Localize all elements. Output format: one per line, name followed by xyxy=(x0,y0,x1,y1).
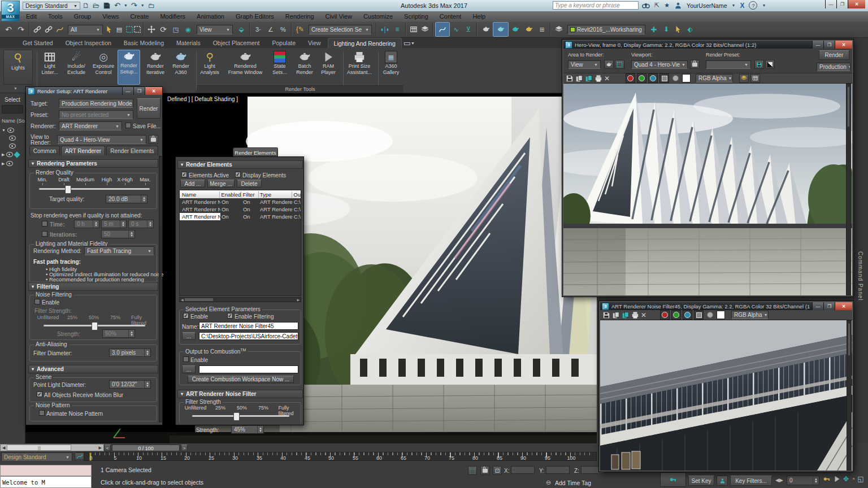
image-vscrollbar[interactable] xyxy=(846,84,851,295)
help-icon[interactable]: ? xyxy=(749,1,757,10)
material-editor-icon[interactable]: ⊻ xyxy=(462,23,475,36)
add-time-tag[interactable]: Add Time Tag xyxy=(555,480,591,486)
select-and-link-icon[interactable] xyxy=(32,25,43,33)
visibility-eye-icon[interactable] xyxy=(6,161,13,166)
view-lock-button[interactable] xyxy=(149,135,158,144)
state-sets-button[interactable]: State Sets... xyxy=(268,51,292,75)
close-icon[interactable]: ✕ xyxy=(145,87,162,95)
red-channel-button[interactable] xyxy=(660,310,670,320)
ram-player-button[interactable]: RAM Player xyxy=(318,51,339,75)
renderer-dropdown[interactable]: ART Renderer▼ xyxy=(59,121,122,130)
close-icon[interactable]: ✕ xyxy=(835,41,852,49)
art-noise-filter-rollout[interactable]: ▾ ART Renderer Noise Filter xyxy=(177,390,303,398)
select-object-icon[interactable] xyxy=(105,25,113,33)
alpha-channel-button[interactable] xyxy=(659,73,669,83)
timeline-ruler[interactable]: 0 5 10 15 20 25 30 35 40 45 50 55 60 65 … xyxy=(84,452,597,461)
tab-object-inspection[interactable]: Object Inspection xyxy=(60,38,117,48)
gamma-toggle-button[interactable] xyxy=(765,60,775,69)
select-and-rotate-icon[interactable]: ⟳ xyxy=(157,23,170,36)
play-animation-icon[interactable] xyxy=(833,475,841,483)
scrollbar-thumb[interactable]: ||| xyxy=(7,445,71,451)
minimize-button[interactable]: — xyxy=(825,0,836,8)
element-enable-checkbox[interactable]: ✓ xyxy=(183,313,189,319)
redo-icon[interactable]: ↷ xyxy=(15,23,27,36)
target-dropdown[interactable]: Production Rendering Mode▼ xyxy=(59,99,133,108)
hero-view-title-bar[interactable]: 3 Hero-View, frame 0, Display Gamma: 2.2… xyxy=(563,41,852,49)
unlink-selection-icon[interactable] xyxy=(43,25,54,33)
close-icon[interactable]: ✕ xyxy=(835,302,852,310)
tab-view[interactable]: View xyxy=(302,38,327,48)
select-and-place-icon[interactable]: ◉ xyxy=(182,23,194,36)
y-coordinate-field[interactable] xyxy=(546,466,570,474)
close-button[interactable]: ✕ xyxy=(848,0,865,8)
previous-frame-button[interactable]: < xyxy=(104,445,111,451)
filter-diameter-spinner[interactable]: 3.0 pixels▲▼ xyxy=(109,348,151,357)
save-file-checkbox[interactable] xyxy=(125,123,131,128)
monochrome-button[interactable] xyxy=(671,73,680,83)
green-channel-button[interactable] xyxy=(671,310,681,320)
named-selection-set-dropdown[interactable]: Create Selection Se▼ xyxy=(309,25,372,34)
batch-render-button[interactable]: Batch Render xyxy=(293,51,316,75)
combustion-path-field[interactable] xyxy=(199,365,298,373)
scene-explorer-search-input[interactable] xyxy=(2,105,23,114)
user-icon[interactable] xyxy=(674,2,682,10)
tab-art-renderer[interactable]: ART Renderer xyxy=(61,146,105,155)
expand-arrow-icon[interactable]: ▶ xyxy=(2,162,5,166)
percent-snap-icon[interactable]: % xyxy=(277,23,289,36)
channel-display-dropdown[interactable]: RGB Alpha▼ xyxy=(731,311,769,319)
dialog-scrollbar[interactable] xyxy=(159,156,162,422)
filtering-rollout[interactable]: ▾ Filtering xyxy=(28,282,158,291)
copy-image-icon[interactable] xyxy=(575,75,583,82)
minimize-icon[interactable]: — xyxy=(812,41,823,49)
render-button[interactable]: Render xyxy=(819,50,849,60)
blue-channel-button[interactable] xyxy=(683,310,692,320)
quality-slider-track[interactable] xyxy=(39,188,150,190)
save-image-icon[interactable] xyxy=(566,75,574,82)
render-setup-title-bar[interactable]: 3 Render Setup: ART Renderer —❐✕ xyxy=(26,87,162,95)
username-arrow-icon[interactable]: ▼ xyxy=(732,3,736,7)
elements-active-checkbox[interactable]: ✓ xyxy=(181,172,187,177)
visibility-eye-icon[interactable] xyxy=(7,128,14,133)
col-output[interactable]: Ou xyxy=(292,191,301,198)
strength-spinner[interactable]: 50%▲▼ xyxy=(102,329,135,338)
layers-icon[interactable] xyxy=(553,25,565,33)
add-to-layer-icon[interactable]: ⬇ xyxy=(660,23,672,36)
menu-create[interactable]: Create xyxy=(124,11,154,21)
menu-customize[interactable]: Customize xyxy=(358,11,398,21)
channel-display-dropdown[interactable]: RGB Alpha▼ xyxy=(696,74,733,82)
scroll-right-icon[interactable]: ▶ xyxy=(97,446,103,450)
maxscript-macro-recorder[interactable] xyxy=(0,465,92,476)
frame-step-arrows-icon[interactable]: ◀▶ xyxy=(775,477,783,483)
combustion-enable-checkbox[interactable] xyxy=(183,356,189,362)
menu-edit[interactable]: Edit xyxy=(20,11,42,21)
save-file-browse-button[interactable]: ... xyxy=(156,123,160,129)
noise-strength-slider-thumb[interactable] xyxy=(92,322,98,330)
explorer-row[interactable]: ▶ xyxy=(0,157,25,166)
lights-button[interactable]: ⚲ Lights xyxy=(3,50,33,85)
iterations-checkbox[interactable] xyxy=(42,231,47,237)
print-image-icon[interactable] xyxy=(594,75,602,82)
col-type[interactable]: Type xyxy=(259,191,293,198)
motion-blur-checkbox[interactable]: ✓ xyxy=(37,391,42,397)
expand-arrow-icon[interactable]: ▼ xyxy=(2,128,6,132)
menu-modifiers[interactable]: Modifiers xyxy=(154,11,191,21)
rectangular-selection-region-icon[interactable] xyxy=(125,25,133,33)
absolute-mode-icon[interactable]: ⊡ xyxy=(493,466,502,475)
snap-toggle-icon[interactable]: 3⌐ xyxy=(252,23,264,36)
print-image-icon[interactable] xyxy=(631,311,639,319)
scroll-left-icon[interactable]: ◀ xyxy=(1,446,7,450)
search-icon[interactable] xyxy=(642,2,650,10)
target-quality-spinner[interactable]: 20.0 dB ▲▼ xyxy=(106,195,147,203)
menu-group[interactable]: Group xyxy=(68,11,97,21)
time-minutes-spinner[interactable]: 5 m▲▼ xyxy=(101,220,127,228)
viewport-dropdown[interactable]: Quad 4 - Hero-Vie▼ xyxy=(631,60,688,69)
maximize-icon[interactable]: ❐ xyxy=(823,302,835,310)
edit-named-selections-icon[interactable]: {✎ xyxy=(294,23,306,36)
rendering-parameters-rollout[interactable]: ▾ Rendering Parameters xyxy=(28,159,158,168)
maximize-icon[interactable]: ❐ xyxy=(823,41,835,49)
clear-image-icon[interactable]: ✕ xyxy=(641,311,646,319)
menu-content[interactable]: Content xyxy=(434,11,467,21)
scrollbar-thumb[interactable] xyxy=(847,86,850,127)
time-hours-spinner[interactable]: 0 h▲▼ xyxy=(74,220,99,228)
clone-window-icon[interactable] xyxy=(585,75,593,82)
